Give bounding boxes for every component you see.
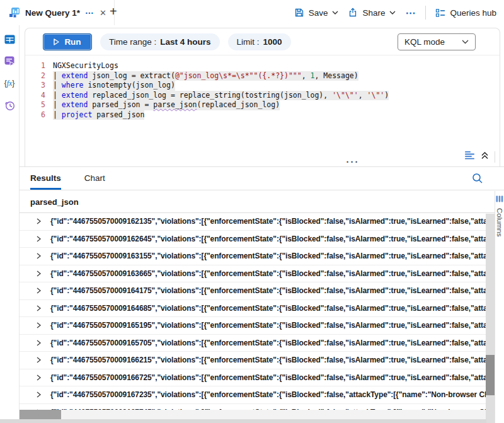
- line-number: 5: [32, 100, 45, 110]
- time-range-picker[interactable]: Time range : Last 4 hours: [100, 33, 220, 50]
- share-label: Share: [362, 8, 385, 18]
- table-row[interactable]: {"id":"4467550570009166215","violations"…: [20, 352, 486, 369]
- format-lines-icon[interactable]: [464, 151, 475, 159]
- saved-scripts-icon: [4, 56, 15, 66]
- expand-row-icon[interactable]: [36, 357, 42, 363]
- table-row[interactable]: {"id":"4467550570009164685","violations"…: [20, 300, 486, 318]
- divider: [495, 151, 495, 163]
- splitter-drag-handle[interactable]: ···: [340, 156, 365, 167]
- window-bottom-scroll-zone: [0, 419, 486, 423]
- vertical-scrollbar-thumb[interactable]: [486, 355, 495, 395]
- table-row[interactable]: {"id":"4467550570009163665","violations"…: [20, 265, 486, 283]
- limit-picker[interactable]: Limit : 1000: [228, 33, 291, 50]
- play-icon: [54, 38, 59, 45]
- functions-icon: {fx}: [4, 79, 15, 88]
- row-json-text: {"id":"4467550570009166215","violations"…: [50, 356, 486, 364]
- top-bar: New Query 1* ⋯ ✕ + Save: [0, 0, 504, 25]
- functions-rail-button[interactable]: {fx}: [0, 75, 19, 91]
- expand-row-icon[interactable]: [36, 391, 42, 398]
- tab-chart[interactable]: Chart: [84, 167, 105, 190]
- expand-row-icon[interactable]: [36, 218, 42, 224]
- save-button[interactable]: Save: [294, 8, 339, 18]
- table-row[interactable]: {"id":"4467550570009165705","violations"…: [20, 335, 486, 352]
- chevron-down-icon: [332, 11, 338, 14]
- adx-logo-icon: [9, 7, 20, 18]
- columns-panel-label: Columns: [496, 208, 503, 236]
- topbar-actions: Save Share ⋯: [294, 0, 496, 25]
- table-row[interactable]: {"id":"4467550570009164175","violations"…: [20, 282, 486, 300]
- query-history-rail-button[interactable]: [0, 97, 19, 113]
- code-lines: 1NGXSecurityLogs2| extend json_log = ext…: [32, 61, 500, 120]
- expand-row-icon[interactable]: [36, 236, 42, 242]
- collapse-editor-icon[interactable]: [481, 151, 489, 159]
- line-number: 1: [32, 61, 45, 71]
- query-mode-select[interactable]: KQL mode: [398, 33, 476, 50]
- expand-row-icon[interactable]: [36, 305, 42, 311]
- limit-label: Limit :: [237, 37, 260, 47]
- chevron-down-icon: [462, 40, 469, 44]
- time-range-value: Last 4 hours: [160, 37, 210, 47]
- query-toolbar: Run Time range : Last 4 hours Limit : 10…: [25, 28, 500, 55]
- time-range-label: Time range :: [109, 37, 156, 47]
- columns-icon: [496, 195, 503, 202]
- line-number: 4: [32, 91, 45, 101]
- tab-more-options-icon[interactable]: ⋯: [85, 9, 94, 16]
- tables-icon: [4, 35, 15, 44]
- search-icon[interactable]: [472, 173, 483, 184]
- row-json-text: {"id":"4467550570009163665","violations"…: [50, 269, 486, 278]
- queries-hub-label: Queries hub: [450, 8, 496, 18]
- save-label: Save: [309, 8, 328, 18]
- expand-row-icon[interactable]: [36, 340, 42, 346]
- results-panel: Results Chart parsed_json {"id":"4467550…: [20, 167, 504, 423]
- divider: [425, 6, 426, 20]
- code-line: 3| where isnotempty(json_log): [32, 81, 500, 91]
- more-options-icon[interactable]: ⋯: [405, 7, 416, 19]
- query-panel: Run Time range : Last 4 hours Limit : 10…: [25, 28, 500, 166]
- row-json-text: {"id":"4467550570009166725","violations"…: [50, 373, 486, 382]
- row-json-text: {"id":"4467550570009165705","violations"…: [50, 339, 486, 347]
- saved-scripts-rail-button[interactable]: [0, 53, 19, 69]
- table-row[interactable]: {"id":"4467550570009162645","violations"…: [20, 231, 486, 248]
- columns-side-panel[interactable]: Columns: [495, 191, 504, 423]
- table-row[interactable]: {"id":"4467550570009167235","violations"…: [20, 386, 486, 404]
- expand-row-icon[interactable]: [36, 270, 42, 277]
- query-editor[interactable]: 1NGXSecurityLogs2| extend json_log = ext…: [25, 55, 500, 120]
- code-line: 1NGXSecurityLogs: [32, 61, 500, 71]
- table-row[interactable]: {"id":"4467550570009162135","violations"…: [20, 213, 486, 231]
- query-mode-value: KQL mode: [404, 37, 445, 47]
- tab-new-query[interactable]: New Query 1* ⋯ ✕: [5, 0, 115, 25]
- column-header-parsed-json[interactable]: parsed_json: [20, 191, 495, 213]
- row-json-text: {"id":"4467550570009163155","violations"…: [50, 252, 486, 260]
- expand-row-icon[interactable]: [36, 374, 42, 381]
- queries-hub-icon: [435, 8, 445, 18]
- tables-rail-button[interactable]: [0, 31, 19, 47]
- limit-value: 1000: [263, 37, 282, 47]
- save-icon: [294, 8, 304, 18]
- code-line: 2| extend json_log = extract(@"json_log\…: [32, 71, 500, 81]
- expand-row-icon[interactable]: [36, 322, 42, 328]
- code-line: 6| project parsed_json: [32, 110, 500, 120]
- tab-results[interactable]: Results: [30, 167, 61, 190]
- line-number: 6: [32, 110, 45, 120]
- run-button[interactable]: Run: [43, 33, 92, 50]
- connection-rail: {fx}: [0, 25, 20, 423]
- share-button[interactable]: Share: [348, 8, 396, 18]
- table-row[interactable]: {"id":"4467550570009163155","violations"…: [20, 248, 486, 265]
- tab-close-icon[interactable]: ✕: [100, 8, 106, 18]
- table-row[interactable]: {"id":"4467550570009165195","violations"…: [20, 317, 486, 335]
- expand-row-icon[interactable]: [36, 287, 42, 294]
- code-line: 5| extend parsed_json = parse_json(repla…: [32, 100, 500, 110]
- vertical-scrollbar[interactable]: [486, 214, 495, 423]
- share-icon: [348, 8, 358, 18]
- tab-title: New Query 1*: [25, 8, 80, 18]
- table-row[interactable]: {"id":"4467550570009166725","violations"…: [20, 369, 486, 387]
- new-tab-button[interactable]: +: [110, 4, 117, 19]
- results-tabs-row: Results Chart: [20, 167, 504, 190]
- expand-row-icon[interactable]: [36, 253, 42, 259]
- queries-hub-button[interactable]: Queries hub: [435, 8, 496, 18]
- editor-panel-tools: [464, 151, 489, 159]
- row-json-text: {"id":"4467550570009167235","violations"…: [50, 390, 486, 399]
- horizontal-scrollbar-thumb[interactable]: [20, 410, 61, 419]
- horizontal-scrollbar[interactable]: [20, 410, 486, 419]
- row-json-text: {"id":"4467550570009162645","violations"…: [50, 235, 486, 243]
